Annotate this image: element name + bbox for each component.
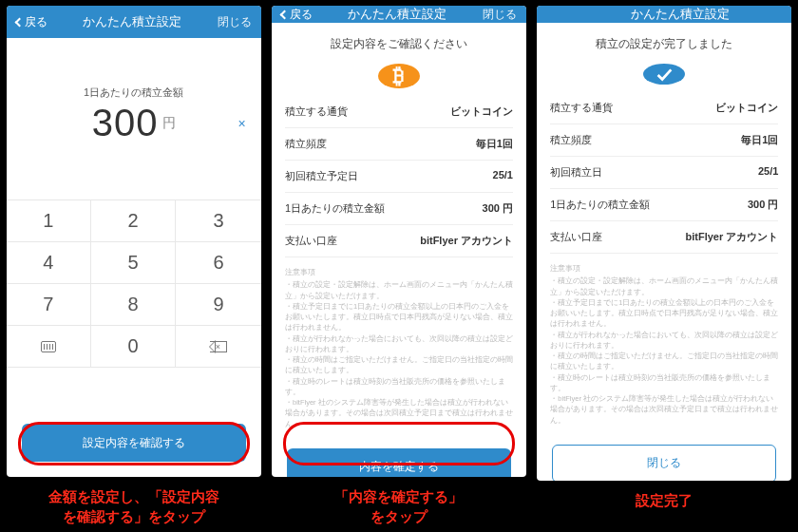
header-title: かんたん積立設定	[313, 6, 483, 23]
summary-row: 支払い口座bitFlyer アカウント	[550, 221, 778, 254]
amount-unit: 円	[162, 115, 176, 132]
finalize-button[interactable]: 内容を確定する	[287, 448, 511, 477]
key-0[interactable]: 0	[91, 326, 176, 368]
summary-row: 積立頻度毎日1回	[550, 124, 778, 157]
summary-row: 積立する通貨ビットコイン	[285, 96, 513, 128]
check-icon	[643, 64, 685, 85]
summary-row: 積立頻度毎日1回	[285, 128, 513, 161]
key-2[interactable]: 2	[91, 200, 176, 242]
close-button[interactable]: 閉じる	[218, 14, 252, 30]
disclaimer: 注意事項 ・積立の設定・設定解除は、ホーム画面のメニュー内「かんたん積立」から設…	[537, 254, 791, 435]
screen-confirm: 戻る かんたん積立設定 閉じる 設定内容をご確認ください ₿ 積立する通貨ビット…	[272, 6, 526, 477]
header-title: かんたん積立設定	[578, 6, 782, 23]
app-header: 戻る かんたん積立設定 閉じる	[272, 6, 526, 23]
chevron-left-icon	[280, 10, 290, 19]
key-1[interactable]: 1	[7, 200, 91, 242]
bitcoin-icon: ₿	[378, 64, 420, 88]
app-header: 戻る かんたん積立設定 閉じる	[7, 6, 261, 38]
close-screen-button[interactable]: 閉じる	[552, 445, 776, 481]
key-3[interactable]: 3	[176, 200, 260, 242]
amount-value: 300	[92, 102, 159, 144]
key-4[interactable]: 4	[7, 242, 91, 284]
screen-amount-entry: 戻る かんたん積立設定 閉じる 1日あたりの積立金額 300 円 × 1 2 3…	[7, 6, 261, 477]
key-6[interactable]: 6	[176, 242, 260, 284]
back-button[interactable]: 戻る	[16, 14, 48, 30]
summary-row: 1日あたりの積立金額300 円	[285, 193, 513, 225]
header-title: かんたん積立設定	[48, 13, 218, 30]
summary-row: 1日あたりの積立金額300 円	[550, 189, 778, 221]
clear-icon[interactable]: ×	[238, 116, 245, 131]
summary-list: 積立する通貨ビットコイン 積立頻度毎日1回 初回積立予定日25/1 1日あたりの…	[272, 96, 526, 257]
tutorial-caption: 金額を設定し、「設定内容 を確認する」をタップ	[48, 486, 219, 526]
key-keyboard[interactable]	[7, 326, 91, 368]
summary-row: 初回積立日25/1	[550, 157, 778, 189]
key-7[interactable]: 7	[7, 284, 91, 326]
summary-row: 支払い口座bitFlyer アカウント	[285, 225, 513, 257]
key-8[interactable]: 8	[91, 284, 176, 326]
key-9[interactable]: 9	[176, 284, 260, 326]
key-backspace[interactable]: ×	[176, 326, 260, 368]
tutorial-caption: 設定完了	[636, 490, 693, 510]
keyboard-icon	[41, 341, 56, 352]
confirm-message: 設定内容をご確認ください	[272, 23, 526, 60]
summary-list: 積立する通貨ビットコイン 積立頻度毎日1回 初回積立日25/1 1日あたりの積立…	[537, 92, 791, 254]
screen-complete: 戻る かんたん積立設定 積立の設定が完了しました 積立する通貨ビットコイン 積立…	[537, 6, 791, 481]
summary-row: 積立する通貨ビットコイン	[550, 92, 778, 124]
amount-label: 1日あたりの積立金額	[7, 86, 261, 100]
key-5[interactable]: 5	[91, 242, 176, 284]
summary-row: 初回積立予定日25/1	[285, 161, 513, 193]
numeric-keypad: 1 2 3 4 5 6 7 8 9 0 ×	[7, 200, 261, 368]
app-header: 戻る かんたん積立設定	[537, 6, 791, 23]
complete-message: 積立の設定が完了しました	[537, 23, 791, 60]
backspace-icon: ×	[210, 341, 227, 352]
tutorial-caption: 「内容を確定する」 をタップ	[334, 486, 463, 526]
disclaimer: 注意事項 ・積立の設定・設定解除は、ホーム画面のメニュー内「かんたん積立」から設…	[272, 257, 526, 439]
close-button[interactable]: 閉じる	[483, 7, 517, 23]
chevron-left-icon	[14, 17, 24, 27]
back-button[interactable]: 戻る	[281, 7, 313, 23]
confirm-settings-button[interactable]: 設定内容を確認する	[22, 424, 246, 462]
